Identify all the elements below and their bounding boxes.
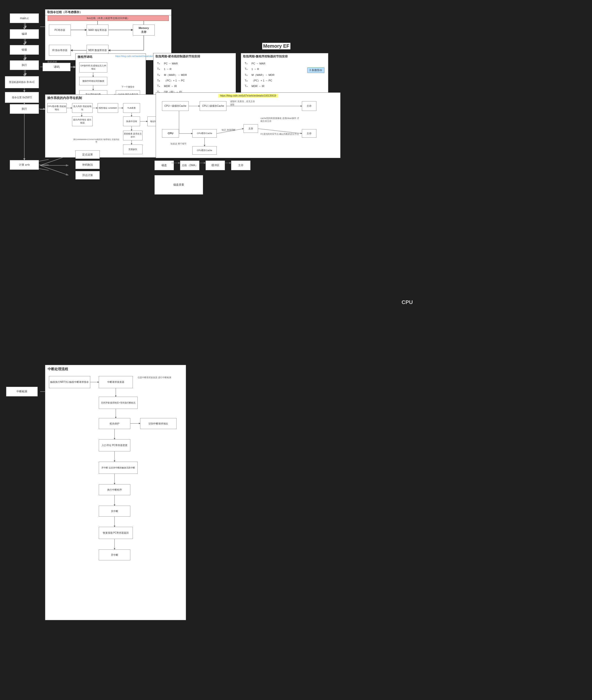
memory-label: Memory主存	[139, 26, 149, 34]
execute-box: 执行	[10, 60, 39, 70]
interrupt-detect-box: 中断检测	[6, 387, 38, 396]
main-mem-top-box: 主存	[302, 101, 316, 111]
disk-quality-box: 磁盘质量	[154, 175, 203, 195]
complement-box: 补码制法	[76, 160, 100, 169]
cache-tbl-box: 快表中没有	[123, 116, 140, 126]
tlb-box: TLB表查	[123, 103, 140, 113]
pc-register-box: PC寄存器	[49, 24, 71, 36]
execute2-box: 执行	[10, 104, 39, 114]
addr-in-label: 调出88888888H123456793相应的 物理地址 后返回处理	[73, 138, 119, 144]
disk-box: 磁盘	[154, 160, 174, 170]
bus-bar: bus总线（本质上就是带总线访问仲裁）	[48, 15, 169, 21]
decode-box: 译码	[43, 63, 70, 71]
execute2-label: 执行	[22, 107, 27, 111]
adapted-op-box: 受适机器码指令 B=A+C	[5, 76, 39, 88]
svg-line-20	[40, 165, 68, 175]
cpu-l1-box: CPU一级缓存Cache	[162, 101, 189, 111]
sys-check-box: 系统检查 是否在主存中	[123, 131, 143, 140]
buffer-box: 缓冲区	[205, 160, 225, 170]
enter-mem-box: 送入内存 段起始地址	[72, 103, 93, 113]
compile-box: 编译	[10, 29, 39, 39]
os-memory-diagram: 操作系统的内存寻址机制 CPU指令数 段起始地址 送入内存 段起始地址 超出内存…	[45, 94, 169, 158]
enter-addr-box: 入口寻址 PC寄存器变更	[99, 439, 130, 451]
exceed-check-box: 超出内存地址 超出错误	[72, 116, 93, 126]
cpu-detect-box: 触发执行NRT为1 触发中断请求指令	[49, 376, 90, 388]
main-c-box: main.c	[10, 13, 39, 23]
link-box: 链接	[10, 45, 39, 55]
mar-box: MAR 地址寄存器	[87, 24, 108, 36]
disable-int-box: 关闭开锁 能否响应+等待选打断标志	[99, 397, 138, 409]
os-memory-title-outer	[45, 94, 48, 95]
next-label: 下一个微指令	[117, 85, 139, 89]
page-fault-box: 页面缺失	[123, 145, 143, 154]
cpu-l2-box: CPU二级缓存Cache	[200, 101, 227, 111]
calc-box: 计算 a+b	[10, 160, 39, 170]
open-int-box: 开中断 以支持中断的触发活跃中断	[99, 462, 138, 474]
interrupt-query-box: 识别中断请求地址	[140, 418, 177, 429]
op-box: OP操作码 生成地址压入IR地址	[79, 62, 107, 72]
protect-pc-box: 机先保护	[99, 418, 130, 429]
fixed-point-box: 定点运算	[76, 150, 100, 159]
exec-handler-box: 执行中断程序	[99, 484, 130, 495]
svg-line-73	[39, 168, 49, 175]
linear-addr-box: 线性地址 123456H	[98, 103, 118, 113]
interrupt-diagram: 中断处理流程 触发执行NRT为1 触发中断请求指令 中断请求发发器 仅是中断请求…	[45, 365, 186, 620]
ir-box: IR 指令寄存器	[49, 45, 71, 56]
cpu-box: CPU	[162, 129, 179, 138]
cache-diagram: https://blog.csdn.net/ju57e/article/deta…	[156, 92, 341, 158]
fetch-instruction-diagram: 取指令过程（不考虑缓存） bus总线（本质上就是带总线访问仲裁） PC寄存器 M…	[45, 9, 171, 60]
decode-connect-label: →	[70, 64, 78, 67]
cpu-data-box: CPU指令数 段起始地址	[47, 103, 67, 113]
restore-pc-box: 恢复现场 PC寄存器返回	[99, 527, 133, 539]
close-int-box: 关中断	[99, 506, 130, 516]
l1-cache-lower-box: CPU缓存Cache	[192, 129, 217, 138]
cpu-main-label: CPU	[402, 299, 413, 305]
open-int2-box: 开中断	[99, 549, 130, 560]
main-mem-bot-box: 主存	[302, 129, 316, 138]
addr-send-box: 微操作码地址回归触发	[79, 77, 107, 85]
disk-main-mem-box: 主存	[231, 160, 250, 170]
interrupt-req-box: 中断请求发发器	[99, 376, 133, 388]
memory-box: Memory主存	[133, 24, 155, 36]
main-mem-mid-box: 主存	[243, 124, 258, 133]
dma-box: 总线 （DMA）	[180, 160, 199, 170]
memory-ef-label: Memory EF	[262, 43, 290, 49]
float-point-box: 浮点计算	[76, 171, 100, 180]
instruction-addr-box: 指令位置 0x25872	[5, 92, 39, 103]
l1-cache-bot-box: CPU缓存Cache	[192, 146, 217, 155]
